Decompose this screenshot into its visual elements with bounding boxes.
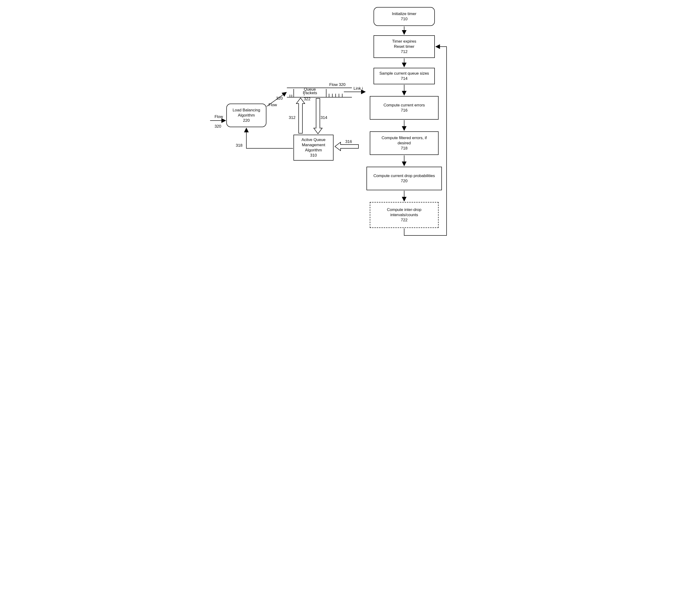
- b714-l1: Sample current queue sizes: [380, 71, 429, 76]
- arrow-314-num: 314: [320, 115, 327, 120]
- lb-line2: Algorithm: [238, 113, 255, 118]
- b716-l1: Compute current errors: [384, 103, 425, 108]
- queue-rect: Packets: [287, 88, 352, 97]
- b710-l1: Initialize timer: [392, 11, 416, 17]
- arrow-316-num: 316: [345, 139, 352, 144]
- flow-out-num: 320: [276, 96, 283, 101]
- b716-num: 716: [401, 108, 408, 113]
- b718-l1: Compute filtered errors, if: [382, 135, 427, 141]
- aqm-box: Acitve Queue Management Algorithm 310: [293, 135, 334, 161]
- b720-l1: Compute current drop probabilities: [373, 173, 435, 178]
- packets-cell: Packets: [293, 89, 327, 97]
- b722-l2: intervals/counts: [390, 213, 418, 218]
- box-710: Initialize timer 710: [373, 7, 435, 26]
- b722-l1: Compute inter-drop: [387, 207, 421, 213]
- b718-l2: desired: [398, 141, 411, 146]
- b712-l2: Reset timer: [394, 44, 415, 49]
- b710-num: 710: [401, 17, 408, 22]
- box-718: Compute filtered errors, if desired 718: [370, 132, 439, 155]
- aqm-num: 310: [310, 153, 317, 158]
- queue-num: 322: [304, 97, 310, 101]
- b720-num: 720: [401, 178, 408, 183]
- b714-num: 714: [401, 76, 408, 81]
- box-712: Timer expires Reset timer 712: [373, 35, 435, 58]
- flow-out-label: Flow: [269, 103, 277, 107]
- lb-line1: Load Balancing: [232, 108, 260, 113]
- lb-num: 220: [243, 118, 250, 123]
- flow-text: Flow: [215, 114, 223, 119]
- b722-num: 722: [401, 218, 408, 223]
- flow-num: 320: [215, 124, 221, 129]
- box-722: Compute inter-drop intervals/counts 722: [370, 202, 439, 228]
- box-720: Compute current drop probabilities 720: [366, 167, 442, 190]
- aqm-l1: Acitve Queue: [302, 137, 326, 142]
- box-714: Sample current queue sizes 714: [373, 68, 435, 84]
- packets-text: Packets: [303, 91, 317, 95]
- diagram-canvas: Flow 320 Load Balancing Algorithm 220 Fl…: [209, 5, 491, 245]
- aqm-l3: Algorithm: [305, 148, 322, 153]
- flow-in-label: Flow 320: [210, 110, 223, 134]
- b712-num: 712: [401, 49, 408, 54]
- link-i-label: Link i: [354, 86, 363, 91]
- flow-right-label: Flow 320: [329, 82, 345, 87]
- b718-num: 718: [401, 146, 408, 151]
- aqm-l2: Management: [302, 142, 325, 148]
- box-716: Compute current errors 716: [370, 96, 439, 120]
- load-balancing-box: Load Balancing Algorithm 220: [226, 104, 267, 127]
- arrow-318-num: 318: [236, 143, 242, 148]
- arrow-312-num: 312: [289, 115, 296, 120]
- b712-l1: Timer expires: [392, 39, 416, 44]
